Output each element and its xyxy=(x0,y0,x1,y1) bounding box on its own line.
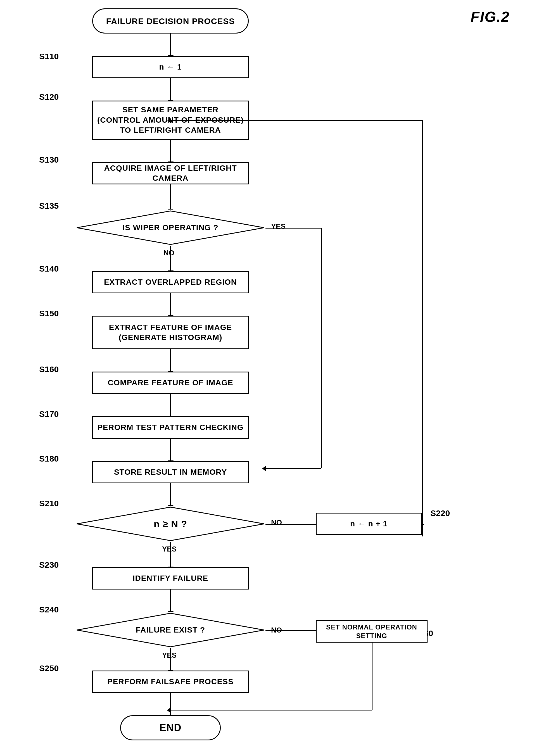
label-s150: S150 xyxy=(39,309,59,318)
arrow-s135-s140 xyxy=(170,246,171,271)
label-s220: S220 xyxy=(431,508,450,518)
node-s150: EXTRACT FEATURE OF IMAGE (GENERATE HISTO… xyxy=(92,316,249,349)
arrow-s130-s135 xyxy=(170,184,171,209)
s210-no-label: NO xyxy=(271,518,282,527)
label-s160: S160 xyxy=(39,365,59,374)
node-s220: n ← n + 1 xyxy=(316,513,422,535)
end-node: END xyxy=(120,715,221,740)
right-loop-h-top xyxy=(171,120,422,121)
s220-right-h xyxy=(422,524,423,525)
arrow-s135-yes-h xyxy=(265,228,321,228)
node-s110: n ← 1 xyxy=(92,56,249,78)
arrow-s230-s240 xyxy=(170,589,171,612)
node-s230: IDENTIFY FAILURE xyxy=(92,567,249,589)
arrow-s110-s120 xyxy=(170,78,171,101)
arrow-s135-yes-v xyxy=(321,228,322,468)
start-node: FAILURE DECISION PROCESS xyxy=(92,8,249,34)
arrow-s180-s210 xyxy=(170,483,171,506)
node-s180: STORE RESULT IN MEMORY xyxy=(92,461,249,483)
arrow-s240-no-h xyxy=(265,630,316,631)
node-s260: SET NORMAL OPERATION SETTING xyxy=(316,620,427,643)
arrow-s210-s230 xyxy=(170,542,171,567)
node-s135: IS WIPER OPERATING ? xyxy=(76,209,265,246)
label-s230: S230 xyxy=(39,560,59,570)
label-s120: S120 xyxy=(39,92,59,102)
node-s170: PERORM TEST PATTERN CHECKING xyxy=(92,416,249,439)
node-s130: ACQUIRE IMAGE OF LEFT/RIGHT CAMERA xyxy=(92,162,249,184)
label-s135: S135 xyxy=(39,201,59,211)
right-loop-vertical xyxy=(422,120,423,525)
arrow-s160-s170 xyxy=(170,394,171,416)
node-s160: COMPARE FEATURE OF IMAGE xyxy=(92,371,249,394)
s135-no-label: NO xyxy=(163,249,174,257)
arrow-start-s110 xyxy=(170,34,171,56)
arrow-s210-no-h xyxy=(265,524,316,525)
arrow-s135-yes-h2 xyxy=(265,468,321,469)
arrow-s140-s150 xyxy=(170,293,171,316)
s210-yes-label: YES xyxy=(162,545,177,553)
s240-yes-label: YES xyxy=(162,651,177,659)
label-s250: S250 xyxy=(39,664,59,673)
node-s140: EXTRACT OVERLAPPED REGION xyxy=(92,271,249,293)
label-s130: S130 xyxy=(39,155,59,165)
label-s180: S180 xyxy=(39,454,59,464)
arrow-s260-to-end xyxy=(170,710,372,710)
label-s170: S170 xyxy=(39,409,59,419)
arrow-s120-s130 xyxy=(170,140,171,162)
arrow-s240-s250 xyxy=(170,648,171,671)
figure-label: FIG.2 xyxy=(471,8,510,25)
arrow-s170-s180 xyxy=(170,439,171,461)
s135-yes-label: YES xyxy=(271,222,285,231)
arrow-s150-s160 xyxy=(170,349,171,371)
label-s210: S210 xyxy=(39,499,59,508)
node-s210: n ≥ N ? xyxy=(76,506,265,542)
flowchart-diagram: FIG.2 FAILURE DECISION PROCESS S110 n ← … xyxy=(0,0,560,751)
node-s240: FAILURE EXIST ? xyxy=(76,612,265,648)
label-s240: S240 xyxy=(39,605,59,614)
node-s250: PERFORM FAILSAFE PROCESS xyxy=(92,671,249,693)
label-s110: S110 xyxy=(39,52,59,61)
label-s140: S140 xyxy=(39,264,59,273)
arrow-s250-end xyxy=(170,693,171,715)
arrow-s260-down xyxy=(372,643,373,710)
